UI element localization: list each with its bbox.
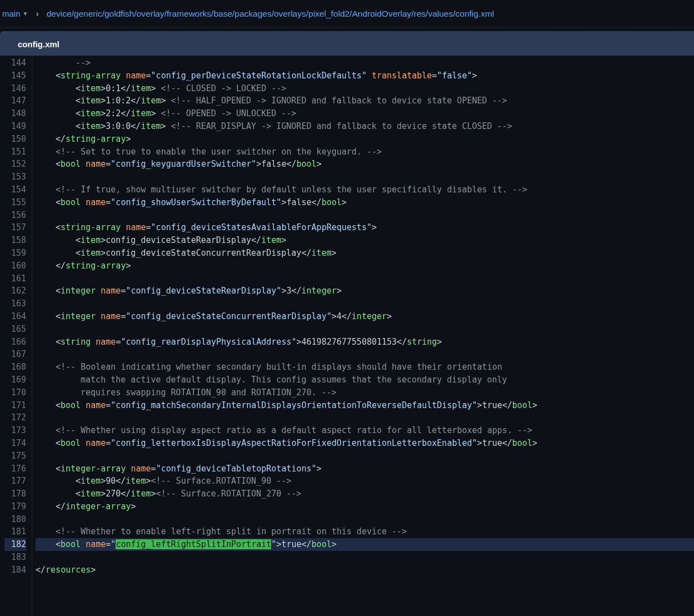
code-line[interactable]: <!-- Whether using display aspect ratio … (36, 424, 694, 437)
code-line[interactable]: requires swapping ROTATION_90 and ROTATI… (36, 386, 694, 399)
code-line[interactable]: <item>config_deviceStateRearDisplay</ite… (36, 234, 694, 247)
code-line[interactable]: </string-array> (36, 260, 694, 272)
editor-area: 1441451461471481491501511521531541551561… (0, 56, 694, 616)
line-number[interactable]: 145 (4, 69, 26, 82)
line-number[interactable]: 160 (4, 260, 26, 272)
code-line[interactable]: </resources> (36, 564, 694, 577)
line-number[interactable]: 155 (4, 196, 26, 209)
line-number[interactable]: 172 (4, 411, 26, 424)
code-line[interactable]: <string-array name="config_perDeviceStat… (36, 69, 694, 82)
line-number[interactable]: 156 (4, 209, 26, 222)
line-number[interactable]: 169 (4, 374, 26, 386)
code-line[interactable]: <item>0:1</item> <!-- CLOSED -> LOCKED -… (36, 82, 694, 95)
code-line[interactable]: <bool name="config_keyguardUserSwitcher"… (36, 158, 694, 171)
line-number[interactable]: 150 (4, 133, 26, 146)
code-line[interactable]: <bool name="config_leftRightSplitInPortr… (36, 538, 694, 551)
code-line[interactable]: <string name="config_rearDisplayPhysical… (36, 336, 694, 349)
line-number[interactable]: 176 (4, 463, 26, 475)
line-number[interactable]: 171 (4, 399, 26, 412)
line-number[interactable]: 173 (4, 424, 26, 437)
line-number[interactable]: 182 (4, 538, 26, 551)
code-line[interactable]: <string-array name="config_deviceStatesA… (36, 221, 694, 234)
line-number[interactable]: 170 (4, 386, 26, 399)
code-line[interactable] (36, 411, 694, 424)
line-number[interactable]: 159 (4, 247, 26, 260)
code-line[interactable]: </string-array> (36, 133, 694, 146)
code-line[interactable]: <!-- Set to true to enable the user swit… (36, 146, 694, 158)
code-line[interactable] (36, 323, 694, 336)
code-line[interactable]: <item>90</item><!-- Surface.ROTATION_90 … (36, 475, 694, 488)
line-number[interactable]: 179 (4, 500, 26, 513)
file-tab-config-xml[interactable]: config.xml (12, 33, 69, 56)
line-number[interactable]: 168 (4, 361, 26, 374)
top-bar: main ▼ › device/generic/goldfish/overlay… (0, 0, 694, 28)
line-number[interactable]: 162 (4, 285, 26, 297)
code-line[interactable]: --> (36, 57, 694, 69)
line-number[interactable]: 157 (4, 221, 26, 234)
line-number[interactable]: 158 (4, 234, 26, 247)
code-line[interactable]: <integer name="config_deviceStateConcurr… (36, 310, 694, 323)
branch-selector[interactable]: main ▼ (2, 9, 28, 18)
line-number[interactable]: 154 (4, 183, 26, 196)
line-number[interactable]: 149 (4, 120, 26, 133)
code-line[interactable]: <item>270</item><!-- Surface.ROTATION_27… (36, 488, 694, 500)
code-line[interactable] (36, 272, 694, 285)
code-line[interactable] (36, 209, 694, 222)
line-number[interactable]: 183 (4, 551, 26, 564)
caret-down-icon: ▼ (23, 11, 28, 17)
chevron-right-icon: › (36, 9, 38, 19)
line-number[interactable]: 161 (4, 272, 26, 285)
line-number[interactable]: 152 (4, 158, 26, 171)
code-line[interactable]: <item>1:0:2</item> <!-- HALF_OPENED -> I… (36, 95, 694, 107)
code-line[interactable]: <item>2:2</item> <!-- OPENED -> UNLOCKED… (36, 107, 694, 120)
code-line[interactable] (36, 297, 694, 310)
tab-bar: config.xml (0, 31, 694, 56)
line-number[interactable]: 175 (4, 450, 26, 463)
code-line[interactable]: <!-- If true, show multiuser switcher by… (36, 183, 694, 196)
line-number[interactable]: 163 (4, 297, 26, 310)
code-line[interactable] (36, 450, 694, 463)
line-number[interactable]: 151 (4, 146, 26, 158)
code-line[interactable]: match the active default display. This c… (36, 374, 694, 386)
code-line[interactable] (36, 513, 694, 526)
line-number[interactable]: 148 (4, 107, 26, 120)
code-line[interactable]: <!-- Boolean indicating whether secondar… (36, 361, 694, 374)
code-line[interactable] (36, 348, 694, 361)
code-line[interactable]: <integer name="config_deviceStateRearDis… (36, 285, 694, 297)
code-pane[interactable]: --><string-array name="config_perDeviceS… (32, 56, 694, 616)
code-line[interactable]: <integer-array name="config_deviceTablet… (36, 463, 694, 475)
line-number[interactable]: 166 (4, 336, 26, 349)
line-number[interactable]: 177 (4, 475, 26, 488)
line-number[interactable]: 164 (4, 310, 26, 323)
line-number[interactable]: 174 (4, 437, 26, 450)
breadcrumb-path[interactable]: device/generic/goldfish/overlay/framewor… (47, 9, 495, 19)
line-number-gutter: 1441451461471481491501511521531541551561… (0, 56, 32, 616)
line-number[interactable]: 178 (4, 488, 26, 500)
code-line[interactable]: <item>config_deviceStateConcurrentRearDi… (36, 247, 694, 260)
line-number[interactable]: 167 (4, 348, 26, 361)
code-line[interactable] (36, 551, 694, 564)
code-line[interactable]: <!-- Whether to enable left-right split … (36, 525, 694, 538)
code-line[interactable] (36, 171, 694, 183)
line-number[interactable]: 165 (4, 323, 26, 336)
code-line[interactable]: <bool name="config_letterboxIsDisplayAsp… (36, 437, 694, 450)
code-line[interactable]: <item>3:0:0</item> <!-- REAR_DISPLAY -> … (36, 120, 694, 133)
code-line[interactable]: <bool name="config_matchSecondaryInterna… (36, 399, 694, 412)
line-number[interactable]: 184 (4, 564, 26, 577)
branch-name: main (2, 9, 21, 18)
line-number[interactable]: 146 (4, 82, 26, 95)
line-number[interactable]: 180 (4, 513, 26, 526)
code-line[interactable]: </integer-array> (36, 500, 694, 513)
line-number[interactable]: 144 (4, 57, 26, 69)
line-number[interactable]: 181 (4, 525, 26, 538)
code-line[interactable]: <bool name="config_showUserSwitcherByDef… (36, 196, 694, 209)
line-number[interactable]: 147 (4, 95, 26, 107)
line-number[interactable]: 153 (4, 171, 26, 183)
